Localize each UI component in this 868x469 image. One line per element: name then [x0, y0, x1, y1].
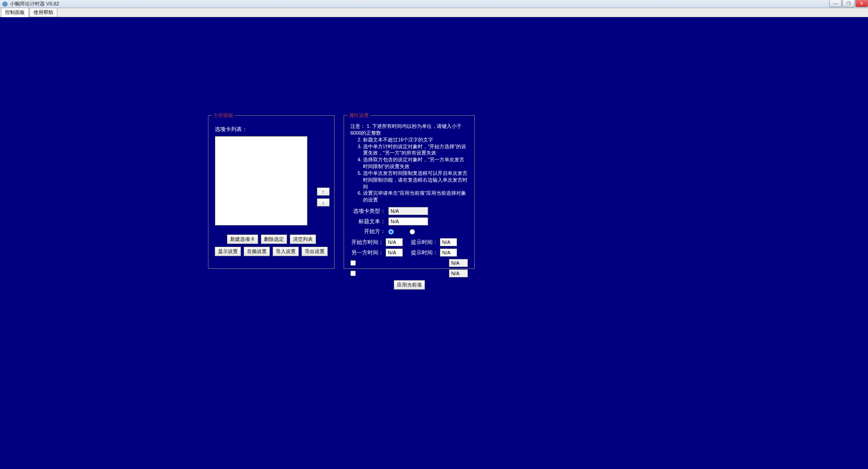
hint-time-label-2: 提示时间：	[410, 249, 438, 257]
start-side-negative-label: 反方	[416, 228, 426, 235]
client-area: 主控面板 选项卡列表： ↑ ↓ 新建选项卡 删除选定 清空列表 显示设置 音频设…	[0, 17, 868, 469]
property-settings-legend: 属性设置	[348, 112, 370, 119]
titlebar: 小蜿辩论计时器 V0.82 — ❐ ✕	[0, 0, 868, 8]
other-side-limit-field	[449, 269, 468, 277]
close-button[interactable]: ✕	[855, 0, 868, 7]
tab-type-label: 选项卡类型：	[350, 207, 386, 215]
export-settings-button[interactable]: 导出设置	[302, 247, 328, 256]
start-side-positive-label: 正方	[395, 228, 405, 235]
tab-control-panel[interactable]: 控制面板	[1, 8, 29, 17]
main-control-legend: 主控面板	[212, 112, 235, 119]
other-time-label: 另一方时间：	[350, 249, 384, 257]
start-side-positive-radio[interactable]	[388, 229, 394, 234]
hint-time-field-1[interactable]	[440, 238, 457, 246]
notice-1: 1. 下述所有时间均以秒为单位，请键入小于6000的正整数	[350, 123, 462, 136]
tab-type-field	[388, 207, 428, 215]
other-time-field[interactable]	[386, 249, 403, 257]
notice-4: 4. 选择双方包含的设定对象时，"另一方单次发言时间限制"的设置失效	[363, 156, 468, 170]
notice-5: 5. 选中单次发言时间限制复选框可以开启单次发言时间限制功能，请在复选框右边输入…	[363, 170, 468, 190]
other-side-limit-label: 另一方单次发言时间限制	[359, 270, 449, 277]
start-side-limit-field	[449, 259, 468, 267]
new-tab-button[interactable]: 新建选项卡	[227, 234, 258, 244]
app-icon	[2, 1, 8, 7]
title-text-label: 标题文本：	[350, 218, 386, 225]
start-side-label: 开始方：	[350, 228, 386, 235]
delete-selected-button[interactable]: 删除选定	[261, 234, 287, 244]
notice-block: 注意： 1. 下述所有时间均以秒为单位，请键入小于6000的正整数 2. 标题文…	[350, 123, 468, 203]
svg-point-0	[3, 2, 7, 6]
tab-list-label: 选项卡列表：	[215, 126, 328, 133]
property-settings-panel: 属性设置 注意： 1. 下述所有时间均以秒为单位，请键入小于6000的正整数 2…	[344, 115, 475, 269]
minimize-button[interactable]: —	[829, 0, 842, 7]
start-side-limit-checkbox[interactable]	[350, 260, 356, 266]
notice-6: 6. 设置完毕请单击"应用当前项"应用当前选择对象的设置	[363, 190, 468, 203]
main-control-panel: 主控面板 选项卡列表： ↑ ↓ 新建选项卡 删除选定 清空列表 显示设置 音频设…	[208, 115, 335, 269]
hint-time-field-2[interactable]	[440, 249, 457, 257]
move-up-button[interactable]: ↑	[317, 188, 330, 196]
tab-help[interactable]: 使用帮助	[29, 8, 57, 17]
other-side-limit-checkbox[interactable]	[350, 271, 356, 276]
start-time-field[interactable]	[386, 238, 403, 246]
tabstrip: 控制面板 使用帮助	[0, 8, 868, 17]
maximize-button[interactable]: ❐	[842, 0, 855, 7]
display-settings-button[interactable]: 显示设置	[215, 247, 241, 256]
notice-3: 3. 选中单方计时的设定对象时，"开始方选择"的设置失效，"另一方"的所有设置失…	[363, 143, 468, 157]
notice-prefix: 注意：	[350, 123, 365, 129]
move-down-button[interactable]: ↓	[317, 198, 330, 206]
tab-listbox[interactable]	[215, 136, 307, 225]
start-time-label: 开始方时间：	[350, 239, 384, 246]
import-settings-button[interactable]: 导入设置	[273, 247, 299, 256]
notice-2: 2. 标题文本不超过16个汉字的文字	[363, 136, 468, 143]
hint-time-label-1: 提示时间：	[410, 239, 438, 246]
apply-current-button[interactable]: 应用当前项	[394, 280, 425, 290]
audio-settings-button[interactable]: 音频设置	[244, 247, 270, 256]
title-text-field[interactable]	[388, 217, 428, 225]
clear-list-button[interactable]: 清空列表	[290, 234, 316, 244]
start-side-negative-radio[interactable]	[410, 229, 415, 234]
window-title: 小蜿辩论计时器 V0.82	[10, 0, 59, 7]
start-side-limit-label: 开始方单次发言时间限制	[359, 260, 449, 267]
